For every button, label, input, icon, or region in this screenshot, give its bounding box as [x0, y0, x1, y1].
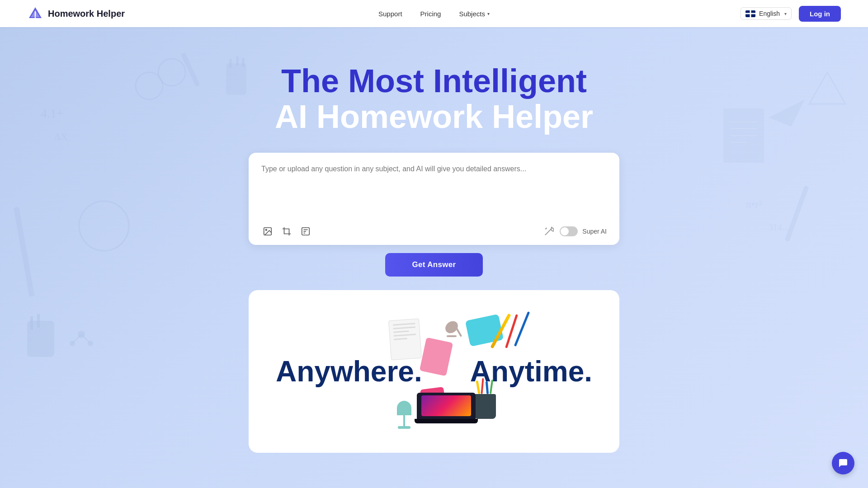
laptop-object	[417, 393, 476, 427]
svg-text:4.1+: 4.1+	[41, 106, 64, 120]
svg-line-13	[72, 334, 81, 343]
input-tools-left	[261, 225, 312, 238]
svg-rect-7	[14, 207, 35, 297]
image-upload-icon[interactable]	[261, 225, 274, 238]
super-ai-toggle[interactable]	[560, 226, 578, 236]
pencil-cup-object	[474, 394, 496, 419]
chat-support-button[interactable]	[832, 452, 854, 474]
svg-point-32	[265, 230, 267, 231]
desk-lamp2-object	[445, 322, 458, 337]
desk-lamp-object	[397, 401, 411, 423]
flag-icon	[745, 10, 755, 17]
svg-point-12	[70, 341, 75, 346]
logo-area: Homework Helper	[27, 5, 125, 22]
svg-point-8	[79, 201, 129, 251]
svg-text:π•r²: π•r²	[746, 198, 762, 210]
subjects-chevron-icon: ▾	[487, 11, 490, 16]
notepad-object	[388, 319, 422, 361]
teal-sticky-note	[465, 314, 503, 347]
card-illustration	[422, 308, 470, 435]
svg-rect-27	[226, 63, 246, 95]
magic-wand-icon[interactable]	[542, 225, 555, 238]
hero-title-line2: AI Homework Helper	[275, 99, 593, 135]
logo-icon	[27, 5, 43, 22]
navbar: Homework Helper Support Pricing Subjects…	[0, 0, 868, 27]
svg-point-25	[158, 59, 185, 86]
svg-text:ΔX: ΔX	[54, 131, 68, 142]
input-toolbar: Super AI	[261, 225, 607, 238]
nav-subjects[interactable]: Subjects ▾	[459, 10, 490, 18]
hero-title-line1: The Most Intelligent	[281, 63, 587, 99]
svg-text:314...: 314...	[769, 222, 789, 232]
chat-icon	[838, 458, 849, 469]
svg-rect-4	[27, 321, 54, 357]
hero-title: The Most Intelligent AI Homework Helper	[275, 63, 593, 135]
svg-point-10	[88, 341, 93, 346]
lang-label: English	[759, 10, 780, 17]
svg-rect-21	[785, 185, 809, 242]
svg-rect-14	[723, 108, 764, 163]
login-button[interactable]: Log in	[799, 6, 841, 22]
crop-icon[interactable]	[280, 225, 293, 238]
card-content: Anywhere.	[249, 290, 619, 453]
svg-rect-26	[181, 52, 200, 87]
svg-line-11	[81, 334, 90, 343]
get-answer-button[interactable]: Get Answer	[385, 253, 483, 277]
card-text-anytime: Anytime.	[470, 356, 592, 387]
input-tools-right: Super AI	[542, 225, 607, 238]
question-textarea[interactable]	[261, 164, 607, 218]
navbar-right: English ▾ Log in	[741, 6, 841, 22]
hero-section: 4.1+ ΔX π•r² 314... The Most Intelligent…	[0, 27, 868, 488]
nav-support[interactable]: Support	[378, 10, 402, 18]
feature-card: Anywhere.	[249, 290, 619, 453]
logo-text: Homework Helper	[48, 9, 125, 19]
svg-line-37	[545, 230, 551, 235]
super-ai-label: Super AI	[582, 228, 607, 235]
card-text-anywhere: Anywhere.	[276, 356, 422, 387]
formula-icon[interactable]	[299, 225, 312, 238]
question-input-box: Super AI	[249, 153, 619, 245]
pink-folder-object	[420, 338, 453, 376]
svg-point-24	[136, 72, 163, 99]
nav-pricing[interactable]: Pricing	[420, 10, 441, 18]
language-selector[interactable]: English ▾	[741, 7, 792, 20]
svg-point-9	[78, 331, 85, 338]
svg-point-3	[35, 17, 36, 19]
lang-caret-icon: ▾	[784, 11, 787, 16]
navbar-center: Support Pricing Subjects ▾	[378, 10, 490, 18]
